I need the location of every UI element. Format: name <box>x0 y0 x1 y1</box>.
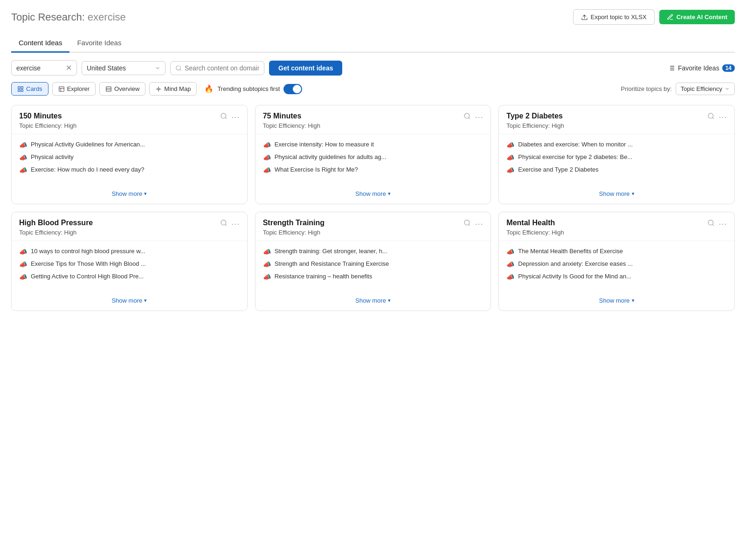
show-more-button-5[interactable]: Show more ▾ <box>599 297 635 304</box>
list-item: 📣 Physical Activity Is Good for the Mind… <box>506 273 727 281</box>
megaphone-icon: 📣 <box>506 273 514 281</box>
export-button[interactable]: Export topic to XLSX <box>573 9 655 25</box>
list-item: 📣 Physical activity <box>19 153 240 161</box>
card-actions-4: ⋯ <box>463 219 483 229</box>
keyword-input[interactable] <box>16 64 63 72</box>
tab-content-ideas[interactable]: Content Ideas <box>11 34 69 53</box>
item-text: Exercise: How much do I need every day? <box>31 166 145 173</box>
card-title-1: 75 Minutes <box>263 112 320 120</box>
card-search-icon-4[interactable] <box>463 219 471 228</box>
clear-keyword-button[interactable]: ✕ <box>66 63 72 72</box>
favorite-count-badge: 14 <box>722 64 735 72</box>
explorer-label: Explorer <box>67 85 90 92</box>
svg-line-26 <box>469 118 470 119</box>
item-text: The Mental Health Benefits of Exercise <box>518 248 623 255</box>
mindmap-label: Mind Map <box>164 85 191 92</box>
chevron-down-icon: ▾ <box>632 191 635 197</box>
show-more-label: Show more <box>111 297 142 304</box>
svg-rect-11 <box>21 90 23 91</box>
card-more-icon-5[interactable]: ⋯ <box>718 219 727 229</box>
show-more-button-4[interactable]: Show more ▾ <box>355 297 391 304</box>
create-icon <box>667 14 674 21</box>
card-actions-1: ⋯ <box>463 112 483 122</box>
domain-search-input[interactable] <box>185 64 259 72</box>
prioritize-section: Prioritize topics by: Topic Efficiency <box>621 83 735 95</box>
view-overview-button[interactable]: Overview <box>99 82 145 96</box>
card-search-icon-0[interactable] <box>220 112 228 122</box>
card-more-icon-2[interactable]: ⋯ <box>718 112 727 122</box>
card-search-icon-3[interactable] <box>220 219 228 228</box>
show-more-button-2[interactable]: Show more ▾ <box>599 190 635 197</box>
favorite-ideas-button[interactable]: Favorite Ideas 14 <box>668 64 735 72</box>
item-text: 10 ways to control high blood pressure w… <box>31 248 145 255</box>
megaphone-icon: 📣 <box>263 248 271 256</box>
card-efficiency-2: Topic Efficiency: High <box>506 122 564 129</box>
show-more-button-1[interactable]: Show more ▾ <box>355 190 391 197</box>
svg-rect-15 <box>106 86 111 91</box>
card-more-icon-4[interactable]: ⋯ <box>475 219 483 229</box>
page-header: Topic Research: exercise Export topic to… <box>11 9 735 25</box>
list-item: 📣 Strength training: Get stronger, leane… <box>263 248 484 256</box>
card-body-3: 📣 10 ways to control high blood pressure… <box>12 241 247 292</box>
topic-card-5: Mental Health Topic Efficiency: High ⋯ 📣… <box>498 212 735 311</box>
tab-favorite-ideas[interactable]: Favorite Ideas <box>69 34 129 53</box>
card-footer-3: Show more ▾ <box>12 292 247 311</box>
card-search-icon-2[interactable] <box>707 112 715 122</box>
item-text: What Exercise Is Right for Me? <box>275 166 358 173</box>
view-explorer-button[interactable]: Explorer <box>52 82 96 96</box>
card-body-1: 📣 Exercise intensity: How to measure it … <box>256 134 491 185</box>
show-more-button-3[interactable]: Show more ▾ <box>111 297 147 304</box>
card-body-5: 📣 The Mental Health Benefits of Exercise… <box>499 241 734 292</box>
get-content-ideas-button[interactable]: Get content ideas <box>269 61 342 76</box>
megaphone-icon: 📣 <box>263 154 271 161</box>
show-more-label: Show more <box>599 297 630 304</box>
card-search-icon-1[interactable] <box>463 112 471 122</box>
topic-card-0: 150 Minutes Topic Efficiency: High ⋯ 📣 P… <box>11 105 248 204</box>
card-footer-4: Show more ▾ <box>256 292 491 311</box>
item-text: Exercise intensity: How to measure it <box>275 141 374 148</box>
title-keyword: exercise <box>85 11 126 23</box>
show-more-button-0[interactable]: Show more ▾ <box>111 190 147 197</box>
card-header-4: Strength Training Topic Efficiency: High… <box>256 212 491 241</box>
svg-rect-12 <box>59 86 64 91</box>
megaphone-icon: 📣 <box>506 166 514 174</box>
card-actions-3: ⋯ <box>220 219 240 229</box>
megaphone-icon: 📣 <box>19 166 27 174</box>
card-title-3: High Blood Pressure <box>19 219 93 227</box>
megaphone-icon: 📣 <box>19 261 27 268</box>
megaphone-icon: 📣 <box>506 154 514 161</box>
prioritize-select[interactable]: Topic Efficiency <box>676 83 735 95</box>
list-item: 📣 Exercise intensity: How to measure it <box>263 141 484 149</box>
view-cards-button[interactable]: Cards <box>11 82 48 96</box>
show-more-label: Show more <box>355 297 386 304</box>
card-title-0: 150 Minutes <box>19 112 76 120</box>
trending-toggle[interactable] <box>283 84 302 94</box>
card-body-2: 📣 Diabetes and exercise: When to monitor… <box>499 134 734 185</box>
trending-section: 🔥 Trending subtopics first <box>204 84 302 94</box>
card-efficiency-5: Topic Efficiency: High <box>506 229 564 236</box>
list-item: 📣 Exercise: How much do I need every day… <box>19 166 240 174</box>
list-item: 📣 Exercise and Type 2 Diabetes <box>506 166 727 174</box>
create-label: Create AI Content <box>677 14 727 21</box>
country-selector[interactable]: United States <box>82 61 166 75</box>
card-title-2: Type 2 Diabetes <box>506 112 564 120</box>
svg-line-30 <box>225 224 227 226</box>
card-search-icon-5[interactable] <box>707 219 715 228</box>
view-row: Cards Explorer Overview Mind Map 🔥 Trend… <box>11 82 735 96</box>
view-mindmap-button[interactable]: Mind Map <box>149 82 197 96</box>
cards-icon <box>17 86 24 92</box>
svg-point-25 <box>464 113 470 118</box>
card-more-icon-3[interactable]: ⋯ <box>231 219 240 229</box>
item-text: Diabetes and exercise: When to monitor .… <box>518 141 633 148</box>
list-item: 📣 What Exercise Is Right for Me? <box>263 166 484 174</box>
cards-grid: 150 Minutes Topic Efficiency: High ⋯ 📣 P… <box>11 105 735 311</box>
chevron-down-icon: ▾ <box>388 191 391 197</box>
list-item: 📣 Physical exercise for type 2 diabetes:… <box>506 153 727 161</box>
create-ai-content-button[interactable]: Create AI Content <box>659 10 735 24</box>
item-text: Strength training: Get stronger, leaner,… <box>275 248 387 255</box>
card-more-icon-1[interactable]: ⋯ <box>475 112 483 122</box>
chevron-down-icon: ▾ <box>632 297 635 304</box>
item-text: Resistance training – health benefits <box>275 273 373 280</box>
card-more-icon-0[interactable]: ⋯ <box>231 112 240 122</box>
explorer-icon <box>58 86 65 92</box>
